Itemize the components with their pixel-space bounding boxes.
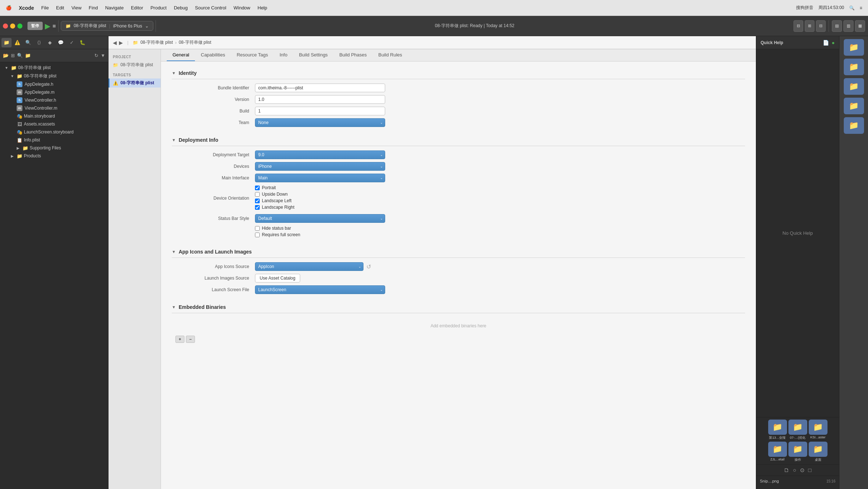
- upside-down-checkbox[interactable]: [255, 192, 260, 197]
- nav-toolbar-grid-icon[interactable]: ⊞: [11, 53, 15, 58]
- launch-screen-file-select[interactable]: LaunchScreen: [255, 285, 385, 294]
- status-bar-style-select[interactable]: Default: [255, 214, 385, 223]
- add-embedded-button[interactable]: +: [175, 336, 184, 343]
- tree-item-viewcontroller-h[interactable]: h ViewController.h: [0, 96, 108, 104]
- rp-icon-1[interactable]: 🗋: [784, 467, 789, 473]
- tree-item-root-project[interactable]: ▼ 📁 08-字符串做 plist: [0, 64, 108, 72]
- settings-nav-project-item[interactable]: 📁 08-字符串做 plist: [109, 60, 161, 69]
- run-button[interactable]: ▶: [45, 22, 50, 30]
- deployment-target-select[interactable]: 9.0: [255, 150, 385, 159]
- tree-item-group[interactable]: ▼ 📁 08-字符串做 plist: [0, 72, 108, 80]
- breadcrumb-project[interactable]: 08-字符串做 plist: [140, 39, 173, 46]
- folder-item-2[interactable]: 📁 07-…(优化: [788, 420, 807, 440]
- portrait-checkbox[interactable]: [255, 186, 260, 190]
- nav-toolbar-filter-icon[interactable]: ▼: [101, 53, 105, 58]
- far-right-folder-2[interactable]: 📁: [844, 59, 864, 75]
- embedded-binaries-header[interactable]: ▼ Embedded Binaries: [172, 301, 745, 313]
- landscape-right-checkbox[interactable]: [255, 205, 260, 210]
- maximize-button[interactable]: [17, 24, 22, 29]
- debug-menu[interactable]: Debug: [174, 5, 188, 10]
- control-center-icon[interactable]: ≡: [860, 5, 862, 10]
- tree-item-launchscreen[interactable]: 🎭 LaunchScreen.storyboard: [0, 128, 108, 136]
- nav-back-btn[interactable]: ◀: [113, 40, 117, 46]
- paused-badge[interactable]: 暂停: [27, 22, 43, 30]
- xcode-menu[interactable]: Xcode: [19, 5, 34, 11]
- folder-item-1[interactable]: 📁 第13…业报: [768, 420, 787, 440]
- far-right-folder-1[interactable]: 📁: [844, 39, 864, 56]
- tab-capabilities[interactable]: Capabilities: [195, 49, 231, 61]
- tree-item-appdelegate-h[interactable]: h AppDelegate.h: [0, 80, 108, 88]
- minimize-button[interactable]: [10, 24, 15, 29]
- source-control-menu[interactable]: Source Control: [195, 5, 226, 10]
- folder-item-6[interactable]: 📁 桌面: [809, 442, 827, 462]
- tree-item-viewcontroller-m[interactable]: m ViewController.m: [0, 104, 108, 112]
- rp-icon-4[interactable]: □: [808, 467, 812, 473]
- forward-icon[interactable]: ▶: [119, 40, 123, 46]
- far-right-folder-3[interactable]: 📁: [844, 78, 864, 95]
- window-menu[interactable]: Window: [234, 5, 250, 10]
- team-select[interactable]: None: [255, 118, 385, 127]
- rp-icon-3[interactable]: ⊙: [800, 467, 805, 473]
- input-method[interactable]: 搜狗拼音: [796, 5, 813, 11]
- navigator-toggle[interactable]: ⊟: [793, 20, 803, 32]
- scheme-selector[interactable]: 📁 08-字符串做 plist | iPhone 6s Plus ⌄: [61, 21, 153, 31]
- requires-full-screen-checkbox[interactable]: [255, 233, 260, 237]
- bundle-id-input[interactable]: [255, 84, 385, 92]
- tree-item-supporting-files[interactable]: ▶ 📁 Supporting Files: [0, 144, 108, 152]
- nav-tab-reports[interactable]: 💬: [56, 38, 66, 47]
- landscape-left-checkbox[interactable]: [255, 199, 260, 203]
- tab-build-rules[interactable]: Build Rules: [373, 49, 408, 61]
- find-menu[interactable]: Find: [89, 5, 98, 10]
- use-asset-catalog-button[interactable]: Use Asset Catalog: [255, 274, 300, 282]
- nav-tab-breakpoints[interactable]: ◆: [45, 38, 55, 47]
- edit-menu[interactable]: Edit: [56, 5, 64, 10]
- rp-icon-2[interactable]: ○: [793, 467, 796, 473]
- nav-tab-debug[interactable]: 🐛: [77, 38, 88, 47]
- layout-btn-2[interactable]: ▥: [843, 20, 854, 32]
- nav-toolbar-refresh-icon[interactable]: ↻: [94, 53, 98, 58]
- folder-item-5[interactable]: 📁 操作: [788, 442, 807, 462]
- tab-info[interactable]: Info: [274, 49, 293, 61]
- assistant-toggle[interactable]: ⊞: [805, 20, 814, 32]
- apple-menu[interactable]: 🍎: [6, 5, 12, 10]
- tree-item-main-storyboard[interactable]: 🎭 Main.storyboard: [0, 112, 108, 120]
- nav-tab-find[interactable]: 🔍: [23, 38, 33, 47]
- nav-tab-tests[interactable]: ✓: [67, 38, 77, 47]
- far-right-folder-4[interactable]: 📁: [844, 98, 864, 114]
- nav-tab-scm[interactable]: ⟨⟩: [34, 38, 44, 47]
- far-right-folder-5[interactable]: 📁: [844, 117, 864, 134]
- quick-help-circle-icon[interactable]: ●: [832, 40, 835, 46]
- build-input[interactable]: [255, 107, 385, 115]
- app-icons-source-select[interactable]: AppIcon: [255, 262, 363, 271]
- file-menu[interactable]: File: [41, 5, 49, 10]
- navigate-menu[interactable]: Navigate: [105, 5, 124, 10]
- tab-build-settings[interactable]: Build Settings: [293, 49, 334, 61]
- help-menu[interactable]: Help: [258, 5, 267, 10]
- product-menu[interactable]: Product: [150, 5, 167, 10]
- version-input[interactable]: [255, 95, 385, 104]
- nav-toolbar-add-icon[interactable]: 📁: [25, 53, 31, 58]
- tree-item-assets[interactable]: 🖼 Assets.xcassets: [0, 120, 108, 128]
- stop-button[interactable]: ■: [52, 23, 56, 29]
- folder-item-4[interactable]: 📁 ZJL...etail: [768, 442, 787, 462]
- main-interface-select[interactable]: Main: [255, 174, 385, 182]
- layout-btn-1[interactable]: ▤: [832, 20, 842, 32]
- settings-nav-target-item[interactable]: ⚠️ 08-字符串做 plist: [109, 78, 161, 88]
- app-icons-refresh-icon[interactable]: ↺: [366, 263, 371, 270]
- tree-item-products[interactable]: ▶ 📁 Products: [0, 152, 108, 160]
- app-icons-section-header[interactable]: ▼ App Icons and Launch Images: [172, 246, 745, 258]
- quick-help-doc-icon[interactable]: 📄: [823, 40, 829, 46]
- tab-resource-tags[interactable]: Resource Tags: [231, 49, 273, 61]
- deployment-section-header[interactable]: ▼ Deployment Info: [172, 134, 745, 146]
- hide-status-bar-checkbox[interactable]: [255, 226, 260, 231]
- layout-btn-3[interactable]: ▦: [855, 20, 865, 32]
- utilities-toggle[interactable]: ⊟: [816, 20, 826, 32]
- identity-section-header[interactable]: ▼ Identity: [172, 67, 745, 79]
- close-button[interactable]: [3, 24, 8, 29]
- nav-toolbar-folder-icon[interactable]: 📂: [3, 53, 9, 58]
- view-menu[interactable]: View: [71, 5, 81, 10]
- nav-toolbar-search-icon[interactable]: 🔍: [17, 53, 23, 58]
- devices-select[interactable]: iPhone: [255, 162, 385, 171]
- breadcrumb-file[interactable]: 08-字符串做 plist: [179, 39, 211, 46]
- nav-tab-files[interactable]: 📁: [1, 38, 12, 47]
